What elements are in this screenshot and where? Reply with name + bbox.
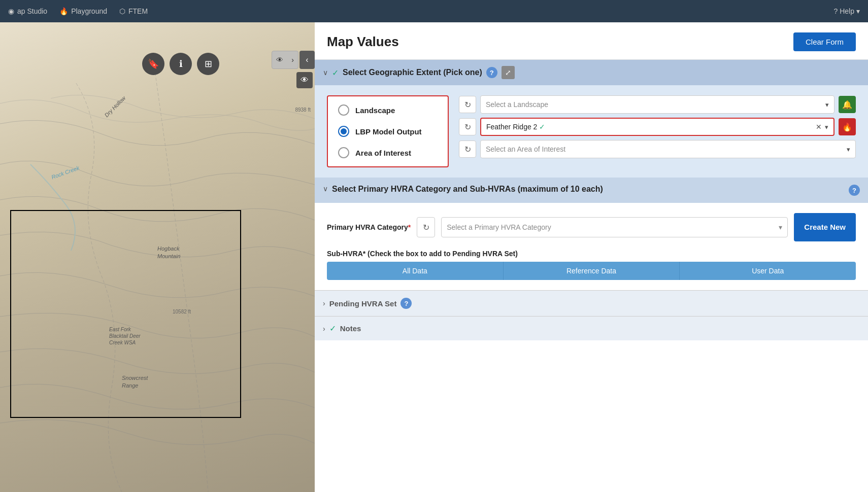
primary-hvra-placeholder: Select a Primary HVRA Category bbox=[447, 223, 551, 231]
help-chevron-icon: ▾ bbox=[856, 7, 860, 15]
panel-header: Map Values Clear Form bbox=[315, 22, 868, 60]
landscape-bell-button[interactable]: 🔔 bbox=[839, 96, 856, 113]
required-star: * bbox=[408, 223, 411, 231]
landscape-dropdown-placeholder: Select a Landscape bbox=[486, 100, 548, 109]
radio-lbp-inner bbox=[341, 128, 347, 134]
clear-form-button[interactable]: Clear Form bbox=[793, 32, 856, 51]
radio-aoi-button[interactable] bbox=[338, 147, 349, 158]
pending-hvra-help-icon[interactable]: ? bbox=[400, 298, 412, 309]
aoi-refresh-button[interactable]: ↻ bbox=[459, 140, 476, 158]
navbar: ◉ ap Studio 🔥 Playground ⬡ FTEM ? Help ▾ bbox=[0, 0, 868, 22]
aoi-chevron-icon: ▾ bbox=[847, 146, 850, 153]
geographic-extent-content: Landscape LBP Model Output Area of Inter… bbox=[315, 85, 868, 178]
map-nav-cluster: 👁 › ‹ bbox=[272, 51, 315, 69]
forward-arrow-button[interactable]: › bbox=[287, 56, 298, 64]
help-circle-icon: ? bbox=[833, 7, 838, 15]
radio-area-of-interest[interactable]: Area of Interest bbox=[338, 147, 438, 158]
primary-hvra-label: Primary HVRA Category* bbox=[327, 223, 411, 231]
map-background: 🔖 ℹ ⊞ 👁 › ‹ 👁 Dry Hollow Rock Creek Hogb… bbox=[0, 22, 315, 492]
lbp-refresh-button[interactable]: ↻ bbox=[459, 118, 476, 135]
geographic-extent-header[interactable]: ∨ ✓ Select Geographic Extent (Pick one) … bbox=[315, 60, 868, 85]
panel-title: Map Values bbox=[327, 34, 399, 50]
landscape-dropdown-chevron: ▾ bbox=[825, 101, 829, 109]
hvra-section: ∨ Select Primary HVRA Category and Sub-H… bbox=[315, 178, 868, 290]
collapse-panel-button[interactable]: ‹ bbox=[299, 51, 315, 69]
radio-aoi-label: Area of Interest bbox=[355, 149, 411, 157]
lbp-clear-icon[interactable]: ✕ bbox=[816, 123, 822, 131]
aoi-dropdown-row: ↻ Select an Area of Interest ▾ bbox=[459, 140, 856, 158]
landscape-refresh-button[interactable]: ↻ bbox=[459, 96, 476, 113]
notes-chevron-icon: › bbox=[323, 325, 325, 333]
primary-hvra-dropdown[interactable]: Select a Primary HVRA Category ▾ bbox=[441, 217, 788, 237]
landscape-dropdown[interactable]: Select a Landscape ▾ bbox=[480, 95, 834, 114]
sub-hvra-section: Sub-HVRA* (Check the box to add to Pendi… bbox=[327, 250, 856, 280]
layers-button[interactable]: ⊞ bbox=[197, 53, 219, 75]
map-area: 🔖 ℹ ⊞ 👁 › ‹ 👁 Dry Hollow Rock Creek Hogb… bbox=[0, 22, 315, 492]
radio-lbp-label: LBP Model Output bbox=[355, 127, 422, 136]
aoi-dropdown-placeholder: Select an Area of Interest bbox=[486, 145, 565, 153]
notes-section: › ✓ Notes bbox=[315, 316, 868, 340]
primary-hvra-chevron: ▾ bbox=[779, 223, 782, 231]
navbar-item-studio[interactable]: ◉ ap Studio bbox=[8, 7, 47, 15]
radio-group: Landscape LBP Model Output Area of Inter… bbox=[327, 95, 449, 167]
hvra-content: Primary HVRA Category* ↻ Select a Primar… bbox=[315, 203, 868, 290]
primary-hvra-refresh-button[interactable]: ↻ bbox=[417, 217, 435, 237]
lbp-dropdown-row: ↻ Feather Ridge 2 ✓ ✕ ▾ 🔥 bbox=[459, 118, 856, 136]
pending-hvra-section: › Pending HVRA Set ? bbox=[315, 290, 868, 316]
primary-hvra-row: Primary HVRA Category* ↻ Select a Primar… bbox=[327, 213, 856, 241]
radio-landscape-button[interactable] bbox=[338, 104, 349, 116]
map-selection-rectangle bbox=[10, 210, 241, 418]
ftem-icon: ⬡ bbox=[119, 7, 125, 15]
radio-landscape[interactable]: Landscape bbox=[338, 104, 438, 116]
notes-header[interactable]: › ✓ Notes bbox=[315, 317, 868, 340]
studio-icon: ◉ bbox=[8, 7, 14, 15]
eye-button[interactable]: 👁 bbox=[296, 72, 313, 88]
sub-hvra-tab-all-data[interactable]: All Data bbox=[327, 262, 503, 280]
sub-hvra-tab-reference-data[interactable]: Reference Data bbox=[503, 262, 680, 280]
notes-title: Notes bbox=[340, 324, 361, 333]
hvra-section-title: Select Primary HVRA Category and Sub-HVR… bbox=[332, 185, 845, 194]
aoi-dropdown[interactable]: Select an Area of Interest ▾ bbox=[480, 140, 856, 158]
info-button[interactable]: ℹ bbox=[170, 53, 192, 75]
radio-lbp-model-output[interactable]: LBP Model Output bbox=[338, 126, 438, 137]
expand-icon[interactable]: ⤢ bbox=[502, 66, 515, 79]
main-layout: 🔖 ℹ ⊞ 👁 › ‹ 👁 Dry Hollow Rock Creek Hogb… bbox=[0, 22, 868, 492]
pending-hvra-title: Pending HVRA Set bbox=[329, 299, 397, 308]
right-panel: Map Values Clear Form ∨ ✓ Select Geograp… bbox=[315, 22, 868, 492]
map-toolbar: 🔖 ℹ ⊞ bbox=[142, 53, 219, 75]
landscape-dropdown-row: ↻ Select a Landscape ▾ 🔔 bbox=[459, 95, 856, 114]
create-new-button[interactable]: Create New bbox=[794, 213, 856, 241]
chevron-down-icon: ∨ bbox=[323, 68, 328, 77]
pending-chevron-icon: › bbox=[323, 299, 325, 307]
navbar-item-ftem[interactable]: ⬡ FTEM bbox=[119, 7, 148, 15]
pending-hvra-header[interactable]: › Pending HVRA Set ? bbox=[315, 291, 868, 316]
geographic-extent-help-icon[interactable]: ? bbox=[486, 67, 497, 78]
sub-hvra-tab-user-data[interactable]: User Data bbox=[679, 262, 856, 280]
lbp-dropdown-value: Feather Ridge 2 bbox=[486, 123, 537, 131]
hvra-section-header[interactable]: ∨ Select Primary HVRA Category and Sub-H… bbox=[315, 178, 868, 203]
sub-hvra-tabs: All Data Reference Data User Data bbox=[327, 262, 856, 280]
hvra-chevron-icon: ∨ bbox=[323, 185, 328, 193]
lbp-check-icon: ✓ bbox=[539, 123, 545, 131]
radio-lbp-button[interactable] bbox=[338, 126, 349, 137]
checkmark-icon: ✓ bbox=[332, 68, 339, 78]
lbp-dropdown[interactable]: Feather Ridge 2 ✓ ✕ ▾ bbox=[480, 118, 834, 136]
map-label-elevation-8938: 8938 ft bbox=[295, 107, 311, 113]
hvra-help-icon[interactable]: ? bbox=[849, 185, 860, 196]
help-button[interactable]: ? Help ▾ bbox=[833, 7, 860, 15]
flame-icon: 🔥 bbox=[59, 7, 68, 15]
radio-landscape-label: Landscape bbox=[355, 106, 395, 115]
navbar-item-playground[interactable]: 🔥 Playground bbox=[59, 7, 107, 15]
geographic-extent-title: Select Geographic Extent (Pick one) bbox=[343, 68, 482, 77]
lbp-chevron-icon: ▾ bbox=[825, 123, 828, 131]
dropdowns-area: ↻ Select a Landscape ▾ 🔔 ↻ Feather Ridge… bbox=[459, 95, 856, 158]
geographic-extent-section: ∨ ✓ Select Geographic Extent (Pick one) … bbox=[315, 60, 868, 178]
bookmark-button[interactable]: 🔖 bbox=[142, 53, 164, 75]
eye-toggle-button[interactable]: 👁 bbox=[272, 56, 287, 64]
sub-hvra-label: Sub-HVRA* (Check the box to add to Pendi… bbox=[327, 250, 856, 258]
notes-check-icon: ✓ bbox=[329, 324, 336, 333]
lbp-fire-button[interactable]: 🔥 bbox=[839, 118, 856, 135]
